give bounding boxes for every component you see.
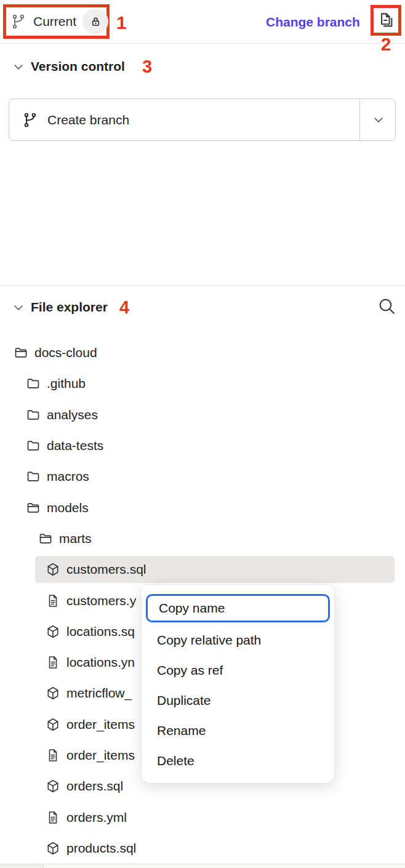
header-divider [0,43,405,44]
tree-item-label: models [47,500,89,515]
tree-item-label: orders.yml [66,810,127,825]
chevron-down-icon[interactable] [12,61,25,73]
tree-item-label: customers.sql [66,562,146,577]
annotation-number-3: 3 [142,58,152,76]
tree-item-label: .github [47,376,86,391]
menu-item-delete[interactable]: Delete [142,745,334,776]
lock-icon [89,15,103,29]
change-branch-link[interactable]: Change branch [266,15,360,30]
folder-icon [26,469,41,484]
duplicate-files-button[interactable] [374,8,398,33]
tree-item-products-sql[interactable]: products.sql [0,833,405,864]
tree-item-label: analyses [47,408,98,422]
tree-item-docs-cloud[interactable]: docs-cloud [0,337,405,368]
copy-icon [377,11,395,30]
tree-item-label: orders.sql [66,779,123,794]
bottom-bar [0,864,405,868]
tree-item-label: order_items [66,748,135,763]
folder-open-icon [14,345,28,360]
bottom-bar-segment [0,864,44,868]
tree-item-label: customers.y [66,593,136,608]
tree-item-data-tests[interactable]: data-tests [0,430,405,461]
model-icon [46,779,60,794]
branch-lock-badge [82,9,108,34]
folder-icon [26,438,41,453]
tree-item-github[interactable]: .github [0,368,405,399]
folder-icon [26,408,41,422]
chevron-down-icon[interactable] [12,302,25,314]
tree-item-macros[interactable]: macros [0,461,405,492]
tree-item-label: order_items [66,717,135,732]
tree-item-label: macros [47,469,89,484]
annotation-number-4: 4 [119,299,129,316]
tree-item-label: locations.sq [66,624,135,639]
annotation-number-1: 1 [116,14,127,32]
model-icon [46,686,60,701]
context-menu: Copy nameCopy relative pathCopy as refDu… [142,585,334,783]
tree-item-orders-yml[interactable]: orders.yml [0,802,405,832]
tree-item-customers-sql[interactable]: customers.sql [0,554,405,585]
version-control-title: Version control [31,59,125,74]
menu-item-copy-as-ref[interactable]: Copy as ref [142,655,334,685]
file-explorer-title: File explorer [31,300,108,315]
file-icon [46,593,60,608]
split-button-divider [359,99,360,140]
model-icon [46,562,60,577]
menu-item-copy-relative-path[interactable]: Copy relative path [142,625,334,655]
annotation-number-2: 2 [379,35,393,54]
tree-item-marts[interactable]: marts [0,523,405,554]
file-explorer-divider [0,285,405,286]
model-icon [46,624,60,639]
tree-item-label: metricflow_ [66,686,132,701]
tree-item-label: marts [59,531,92,546]
folder-open-icon [26,500,41,515]
current-branch-label: Current [33,14,76,29]
menu-item-duplicate[interactable]: Duplicate [142,685,334,715]
menu-item-rename[interactable]: Rename [142,715,334,745]
git-branch-icon [11,14,27,30]
tree-item-label: products.sql [66,841,136,856]
file-icon [46,810,60,825]
tree-item-analyses[interactable]: analyses [0,400,405,430]
tree-item-models[interactable]: models [0,492,405,523]
model-icon [46,717,60,732]
model-icon [46,841,60,856]
chevron-down-icon[interactable] [372,114,385,126]
search-icon[interactable] [377,296,398,317]
tree-item-label: data-tests [47,438,103,453]
git-branch-icon [23,112,39,128]
menu-item-copy-name[interactable]: Copy name [146,594,330,622]
file-icon [46,748,60,763]
create-branch-label: Create branch [47,113,129,127]
tree-item-label: docs-cloud [34,345,97,360]
create-branch-button[interactable]: Create branch [9,98,396,141]
folder-open-icon [38,531,53,546]
folder-icon [26,376,41,391]
tree-item-label: locations.yn [66,655,135,670]
current-branch-chip[interactable]: Current [6,7,110,36]
file-icon [46,655,60,670]
